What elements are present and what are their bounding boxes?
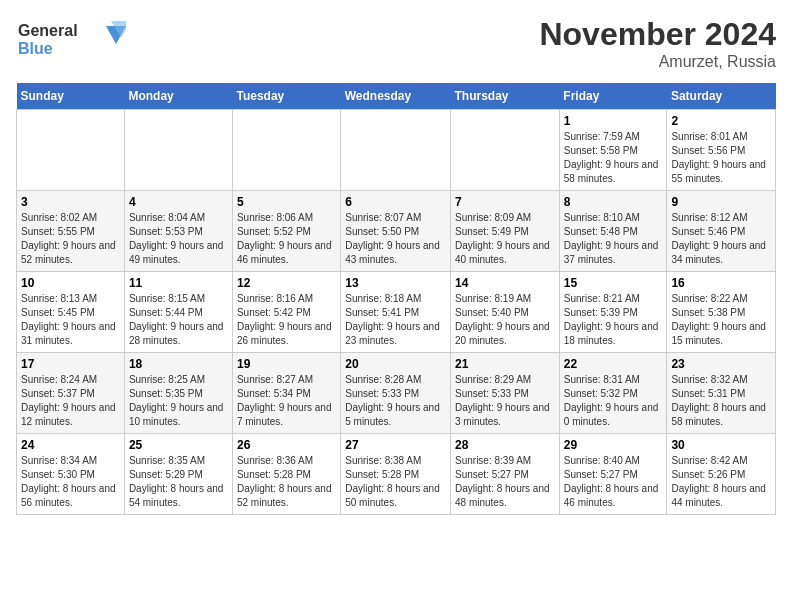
calendar-day-cell: 14Sunrise: 8:19 AMSunset: 5:40 PMDayligh… <box>451 272 560 353</box>
day-number: 6 <box>345 195 446 209</box>
day-info: Sunrise: 8:22 AMSunset: 5:38 PMDaylight:… <box>671 292 771 348</box>
day-info: Sunrise: 8:24 AMSunset: 5:37 PMDaylight:… <box>21 373 120 429</box>
day-info: Sunrise: 8:12 AMSunset: 5:46 PMDaylight:… <box>671 211 771 267</box>
day-number: 25 <box>129 438 228 452</box>
calendar-day-cell: 9Sunrise: 8:12 AMSunset: 5:46 PMDaylight… <box>667 191 776 272</box>
day-number: 4 <box>129 195 228 209</box>
calendar-day-cell: 17Sunrise: 8:24 AMSunset: 5:37 PMDayligh… <box>17 353 125 434</box>
day-number: 11 <box>129 276 228 290</box>
calendar-day-cell: 4Sunrise: 8:04 AMSunset: 5:53 PMDaylight… <box>124 191 232 272</box>
day-of-week-header: Thursday <box>451 83 560 110</box>
day-info: Sunrise: 8:15 AMSunset: 5:44 PMDaylight:… <box>129 292 228 348</box>
day-info: Sunrise: 8:31 AMSunset: 5:32 PMDaylight:… <box>564 373 663 429</box>
day-of-week-header: Wednesday <box>341 83 451 110</box>
day-number: 22 <box>564 357 663 371</box>
calendar-day-cell: 13Sunrise: 8:18 AMSunset: 5:41 PMDayligh… <box>341 272 451 353</box>
day-info: Sunrise: 8:19 AMSunset: 5:40 PMDaylight:… <box>455 292 555 348</box>
day-number: 16 <box>671 276 771 290</box>
calendar-day-cell: 10Sunrise: 8:13 AMSunset: 5:45 PMDayligh… <box>17 272 125 353</box>
day-info: Sunrise: 8:28 AMSunset: 5:33 PMDaylight:… <box>345 373 446 429</box>
day-info: Sunrise: 8:38 AMSunset: 5:28 PMDaylight:… <box>345 454 446 510</box>
calendar-day-cell: 7Sunrise: 8:09 AMSunset: 5:49 PMDaylight… <box>451 191 560 272</box>
logo: General Blue <box>16 16 126 64</box>
calendar-day-cell: 18Sunrise: 8:25 AMSunset: 5:35 PMDayligh… <box>124 353 232 434</box>
calendar-day-cell: 2Sunrise: 8:01 AMSunset: 5:56 PMDaylight… <box>667 110 776 191</box>
calendar-day-cell: 21Sunrise: 8:29 AMSunset: 5:33 PMDayligh… <box>451 353 560 434</box>
calendar-day-cell: 1Sunrise: 7:59 AMSunset: 5:58 PMDaylight… <box>559 110 667 191</box>
day-info: Sunrise: 8:40 AMSunset: 5:27 PMDaylight:… <box>564 454 663 510</box>
calendar-day-cell: 30Sunrise: 8:42 AMSunset: 5:26 PMDayligh… <box>667 434 776 515</box>
day-info: Sunrise: 8:35 AMSunset: 5:29 PMDaylight:… <box>129 454 228 510</box>
calendar-day-cell: 23Sunrise: 8:32 AMSunset: 5:31 PMDayligh… <box>667 353 776 434</box>
day-number: 14 <box>455 276 555 290</box>
calendar-day-cell: 11Sunrise: 8:15 AMSunset: 5:44 PMDayligh… <box>124 272 232 353</box>
calendar-day-cell: 6Sunrise: 8:07 AMSunset: 5:50 PMDaylight… <box>341 191 451 272</box>
day-info: Sunrise: 8:10 AMSunset: 5:48 PMDaylight:… <box>564 211 663 267</box>
title-block: November 2024 Amurzet, Russia <box>539 16 776 71</box>
calendar-day-cell: 26Sunrise: 8:36 AMSunset: 5:28 PMDayligh… <box>232 434 340 515</box>
calendar-day-cell: 15Sunrise: 8:21 AMSunset: 5:39 PMDayligh… <box>559 272 667 353</box>
calendar-week-row: 24Sunrise: 8:34 AMSunset: 5:30 PMDayligh… <box>17 434 776 515</box>
day-of-week-header: Monday <box>124 83 232 110</box>
day-info: Sunrise: 7:59 AMSunset: 5:58 PMDaylight:… <box>564 130 663 186</box>
calendar-week-row: 10Sunrise: 8:13 AMSunset: 5:45 PMDayligh… <box>17 272 776 353</box>
day-of-week-header: Saturday <box>667 83 776 110</box>
day-number: 12 <box>237 276 336 290</box>
day-number: 28 <box>455 438 555 452</box>
day-of-week-header: Friday <box>559 83 667 110</box>
day-info: Sunrise: 8:34 AMSunset: 5:30 PMDaylight:… <box>21 454 120 510</box>
day-info: Sunrise: 8:29 AMSunset: 5:33 PMDaylight:… <box>455 373 555 429</box>
calendar-day-cell: 16Sunrise: 8:22 AMSunset: 5:38 PMDayligh… <box>667 272 776 353</box>
day-number: 17 <box>21 357 120 371</box>
day-number: 24 <box>21 438 120 452</box>
day-info: Sunrise: 8:01 AMSunset: 5:56 PMDaylight:… <box>671 130 771 186</box>
day-number: 30 <box>671 438 771 452</box>
day-number: 10 <box>21 276 120 290</box>
day-number: 29 <box>564 438 663 452</box>
day-info: Sunrise: 8:16 AMSunset: 5:42 PMDaylight:… <box>237 292 336 348</box>
day-number: 18 <box>129 357 228 371</box>
day-number: 23 <box>671 357 771 371</box>
day-info: Sunrise: 8:07 AMSunset: 5:50 PMDaylight:… <box>345 211 446 267</box>
day-info: Sunrise: 8:13 AMSunset: 5:45 PMDaylight:… <box>21 292 120 348</box>
day-number: 21 <box>455 357 555 371</box>
day-info: Sunrise: 8:39 AMSunset: 5:27 PMDaylight:… <box>455 454 555 510</box>
calendar-day-cell: 20Sunrise: 8:28 AMSunset: 5:33 PMDayligh… <box>341 353 451 434</box>
day-info: Sunrise: 8:04 AMSunset: 5:53 PMDaylight:… <box>129 211 228 267</box>
day-number: 13 <box>345 276 446 290</box>
day-number: 15 <box>564 276 663 290</box>
day-info: Sunrise: 8:09 AMSunset: 5:49 PMDaylight:… <box>455 211 555 267</box>
calendar-day-cell: 24Sunrise: 8:34 AMSunset: 5:30 PMDayligh… <box>17 434 125 515</box>
day-number: 8 <box>564 195 663 209</box>
day-number: 26 <box>237 438 336 452</box>
calendar-week-row: 1Sunrise: 7:59 AMSunset: 5:58 PMDaylight… <box>17 110 776 191</box>
calendar-day-cell: 29Sunrise: 8:40 AMSunset: 5:27 PMDayligh… <box>559 434 667 515</box>
location: Amurzet, Russia <box>539 53 776 71</box>
calendar-header-row: SundayMondayTuesdayWednesdayThursdayFrid… <box>17 83 776 110</box>
day-of-week-header: Sunday <box>17 83 125 110</box>
day-info: Sunrise: 8:42 AMSunset: 5:26 PMDaylight:… <box>671 454 771 510</box>
day-number: 3 <box>21 195 120 209</box>
calendar-week-row: 3Sunrise: 8:02 AMSunset: 5:55 PMDaylight… <box>17 191 776 272</box>
day-number: 20 <box>345 357 446 371</box>
svg-text:Blue: Blue <box>18 40 53 57</box>
calendar-day-cell: 28Sunrise: 8:39 AMSunset: 5:27 PMDayligh… <box>451 434 560 515</box>
svg-text:General: General <box>18 22 78 39</box>
calendar-day-cell: 25Sunrise: 8:35 AMSunset: 5:29 PMDayligh… <box>124 434 232 515</box>
day-number: 27 <box>345 438 446 452</box>
calendar-day-cell: 3Sunrise: 8:02 AMSunset: 5:55 PMDaylight… <box>17 191 125 272</box>
day-info: Sunrise: 8:18 AMSunset: 5:41 PMDaylight:… <box>345 292 446 348</box>
calendar-day-cell: 27Sunrise: 8:38 AMSunset: 5:28 PMDayligh… <box>341 434 451 515</box>
day-number: 1 <box>564 114 663 128</box>
month-title: November 2024 <box>539 16 776 53</box>
calendar-day-cell <box>451 110 560 191</box>
day-info: Sunrise: 8:27 AMSunset: 5:34 PMDaylight:… <box>237 373 336 429</box>
calendar-day-cell: 12Sunrise: 8:16 AMSunset: 5:42 PMDayligh… <box>232 272 340 353</box>
day-number: 2 <box>671 114 771 128</box>
logo-text: General Blue <box>16 16 126 64</box>
calendar-day-cell: 22Sunrise: 8:31 AMSunset: 5:32 PMDayligh… <box>559 353 667 434</box>
calendar-day-cell: 19Sunrise: 8:27 AMSunset: 5:34 PMDayligh… <box>232 353 340 434</box>
calendar-day-cell: 5Sunrise: 8:06 AMSunset: 5:52 PMDaylight… <box>232 191 340 272</box>
page-header: General Blue November 2024 Amurzet, Russ… <box>16 16 776 71</box>
day-info: Sunrise: 8:02 AMSunset: 5:55 PMDaylight:… <box>21 211 120 267</box>
